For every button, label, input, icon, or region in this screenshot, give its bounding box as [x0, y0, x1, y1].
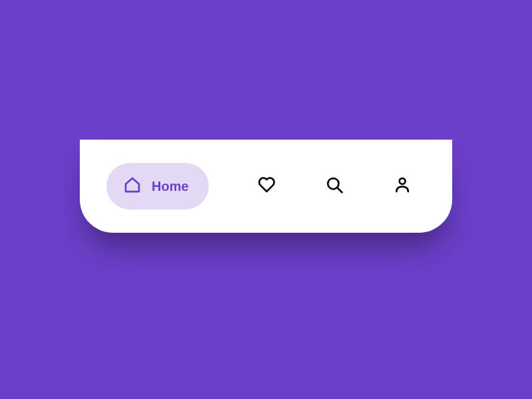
home-icon	[122, 175, 142, 198]
bottom-nav: Home	[80, 140, 452, 233]
svg-line-1	[337, 188, 342, 192]
search-icon	[325, 175, 344, 198]
user-icon	[392, 175, 412, 198]
nav-item-search[interactable]	[325, 175, 344, 198]
nav-label-home: Home	[152, 179, 189, 194]
nav-item-profile[interactable]	[392, 175, 412, 198]
nav-item-favorites[interactable]	[257, 175, 277, 198]
heart-icon	[257, 175, 277, 198]
svg-point-2	[400, 178, 406, 184]
nav-item-home[interactable]: Home	[106, 163, 209, 209]
